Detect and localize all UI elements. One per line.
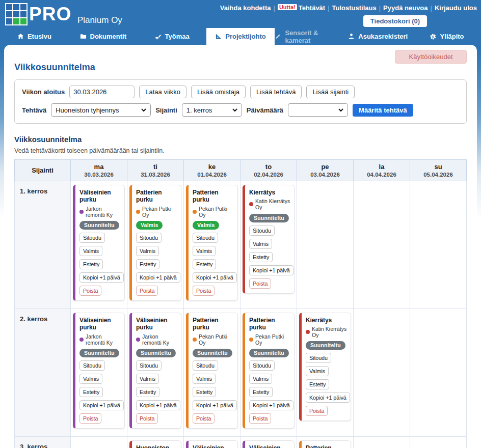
day-cell[interactable]: Väliseinien purkuJarkon remontti KySuunn…	[71, 309, 127, 436]
day-cell[interactable]: KierrätysKatin Kierrätys OySuunniteltuSi…	[240, 181, 297, 309]
card-action-button[interactable]: Sitoudu	[136, 360, 162, 371]
day-cell[interactable]	[71, 436, 127, 448]
add-location-button[interactable]: Lisää sijainti	[306, 86, 355, 98]
tab-projektijohto[interactable]: Projektijohto	[206, 28, 275, 45]
add-task-button[interactable]: Lisää tehtävä	[250, 86, 302, 98]
card-delete-button[interactable]: Poista	[249, 278, 271, 289]
card-action-button[interactable]: Estetty	[306, 379, 329, 389]
card-action-button[interactable]: Sitoudu	[193, 360, 218, 371]
date-select[interactable]	[288, 103, 348, 117]
card-delete-button[interactable]: Poista	[249, 413, 271, 424]
task-card[interactable]: Patterien purkuPekan Putki OySuunniteltu…	[186, 313, 238, 429]
card-action-button[interactable]: Valmis	[79, 246, 102, 256]
file-basket-button[interactable]: Tiedostokori (0)	[363, 15, 427, 27]
task-card[interactable]: Väliseinien purkuJarkon remontti KySuunn…	[73, 313, 125, 429]
card-action-button[interactable]: Estetty	[193, 387, 216, 397]
logout-link[interactable]: Kirjaudu ulos	[435, 4, 477, 12]
ask-advice-link[interactable]: Pyydä neuvoa	[383, 4, 427, 12]
card-action-button[interactable]: Valmis	[249, 239, 272, 249]
week-start-input[interactable]	[69, 86, 135, 98]
card-action-button[interactable]: Estetty	[79, 259, 103, 269]
day-cell[interactable]	[354, 436, 410, 448]
day-cell[interactable]: Väliseinien purkuJarkon remontti KySuunn…	[71, 181, 127, 309]
tab-etusivu[interactable]: Etusivu	[0, 28, 69, 45]
task-card[interactable]: Huoneiston tyhjennysKatin Kierrätys OySu…	[129, 440, 181, 448]
day-cell[interactable]: Väliseinien purkuJarkon remontti KySuunn…	[240, 436, 297, 448]
task-card[interactable]: Patterien purkuPekan Putki OySuunniteltu…	[299, 440, 351, 448]
day-cell[interactable]	[297, 181, 354, 309]
tab-sensorit-kamerat[interactable]: Sensorit & kamerat	[275, 28, 343, 45]
card-delete-button[interactable]: Poista	[136, 413, 158, 424]
day-cell[interactable]: Patterien purkuPekan Putki OySuunniteltu…	[240, 309, 297, 436]
day-cell[interactable]: Huoneiston tyhjennysKatin Kierrätys OySu…	[127, 436, 184, 448]
day-cell[interactable]	[354, 309, 410, 436]
day-cell[interactable]: Patterien purkuPekan Putki OyValmisSitou…	[184, 181, 240, 309]
card-action-button[interactable]: Sitoudu	[306, 353, 331, 363]
card-action-button[interactable]: Kopioi +1 päivä	[249, 400, 293, 410]
card-action-button[interactable]: Valmis	[193, 374, 216, 384]
day-cell[interactable]: Patterien purkuPekan Putki OySuunniteltu…	[184, 309, 240, 436]
tab-tyomaa[interactable]: Työmaa	[138, 28, 206, 45]
add-owner-button[interactable]: Lisää omistaja	[191, 86, 246, 98]
card-action-button[interactable]: Estetty	[136, 387, 159, 397]
card-action-button[interactable]: Kopioi +1 päivä	[79, 400, 124, 410]
card-action-button[interactable]: Sitoudu	[249, 360, 275, 371]
day-cell[interactable]	[410, 309, 467, 436]
day-cell[interactable]: Patterien purkuPekan Putki OySuunniteltu…	[297, 436, 354, 448]
task-card[interactable]: KierrätysKatin Kierrätys OySuunniteltuSi…	[243, 185, 295, 294]
location-select[interactable]: 1. kerros	[182, 103, 242, 117]
card-action-button[interactable]: Kopioi +1 päivä	[306, 393, 350, 403]
card-action-button[interactable]: Estetty	[136, 259, 159, 269]
tab-dokumentit[interactable]: Dokumentit	[69, 28, 138, 45]
day-cell[interactable]: Patterien purkuPekan Putki OyValmisSitou…	[127, 181, 184, 309]
task-card[interactable]: Väliseinien purkuJarkon remontti KySuunn…	[243, 440, 295, 448]
card-action-button[interactable]: Sitoudu	[249, 226, 275, 236]
load-week-button[interactable]: Lataa viikko	[139, 86, 186, 98]
card-action-button[interactable]: Kopioi +1 päivä	[136, 400, 180, 410]
tasks-link[interactable]: Tehtävät	[299, 4, 326, 12]
card-action-button[interactable]: Estetty	[79, 387, 103, 397]
card-action-button[interactable]: Valmis	[193, 246, 216, 256]
card-action-button[interactable]: Estetty	[193, 259, 216, 269]
card-delete-button[interactable]: Poista	[79, 413, 101, 424]
task-card[interactable]: Väliseinien purkuJarkon remontti KySuunn…	[186, 440, 238, 448]
card-action-button[interactable]: Valmis	[136, 246, 159, 256]
card-delete-button[interactable]: Poista	[136, 286, 158, 296]
tab-asukasrekisteri[interactable]: Asukasrekisteri	[343, 28, 412, 45]
day-cell[interactable]	[410, 181, 467, 309]
card-action-button[interactable]: Sitoudu	[79, 233, 105, 243]
card-action-button[interactable]: Kopioi +1 päivä	[136, 272, 180, 283]
card-action-button[interactable]: Kopioi +1 päivä	[249, 265, 293, 275]
task-card[interactable]: Väliseinien purkuJarkon remontti KySuunn…	[73, 185, 125, 301]
card-delete-button[interactable]: Poista	[193, 413, 215, 424]
day-cell[interactable]	[354, 181, 410, 309]
tab-yllapito[interactable]: Ylläpito	[412, 28, 481, 45]
card-delete-button[interactable]: Poista	[193, 286, 215, 296]
card-action-button[interactable]: Valmis	[306, 366, 329, 376]
permissions-button[interactable]: Käyttöoikeudet	[395, 50, 467, 64]
card-action-button[interactable]: Kopioi +1 päivä	[193, 400, 237, 410]
task-card[interactable]: Väliseinien purkuJarkon remontti KySuunn…	[129, 313, 181, 429]
card-action-button[interactable]: Valmis	[136, 374, 159, 384]
day-cell[interactable]	[410, 436, 467, 448]
app-logo[interactable]: PRO	[5, 3, 71, 25]
card-action-button[interactable]: Valmis	[79, 374, 102, 384]
task-card[interactable]: Patterien purkuPekan Putki OyValmisSitou…	[129, 185, 181, 301]
card-action-button[interactable]: Kopioi +1 päivä	[79, 272, 124, 283]
card-action-button[interactable]: Estetty	[249, 387, 273, 397]
day-cell[interactable]: Väliseinien purkuJarkon remontti KySuunn…	[184, 436, 240, 448]
assign-task-button[interactable]: Määritä tehtävä	[353, 104, 413, 117]
card-delete-button[interactable]: Poista	[79, 286, 101, 296]
task-select[interactable]: Huoneiston tyhjennys	[51, 103, 151, 117]
card-action-button[interactable]: Valmis	[249, 374, 272, 384]
task-card[interactable]: Patterien purkuPekan Putki OySuunniteltu…	[243, 313, 295, 429]
card-delete-button[interactable]: Poista	[306, 406, 328, 416]
switch-site-link[interactable]: Vaihda kohdetta	[220, 4, 271, 12]
card-action-button[interactable]: Estetty	[249, 252, 273, 262]
task-card[interactable]: KierrätysKatin Kierrätys OySuunniteltuSi…	[299, 313, 351, 422]
card-action-button[interactable]: Kopioi +1 päivä	[193, 272, 237, 283]
card-action-button[interactable]: Sitoudu	[79, 360, 105, 371]
print-order-link[interactable]: Tulostustilaus	[332, 4, 377, 12]
task-card[interactable]: Patterien purkuPekan Putki OyValmisSitou…	[186, 185, 238, 301]
day-cell[interactable]: KierrätysKatin Kierrätys OySuunniteltuSi…	[297, 309, 354, 436]
